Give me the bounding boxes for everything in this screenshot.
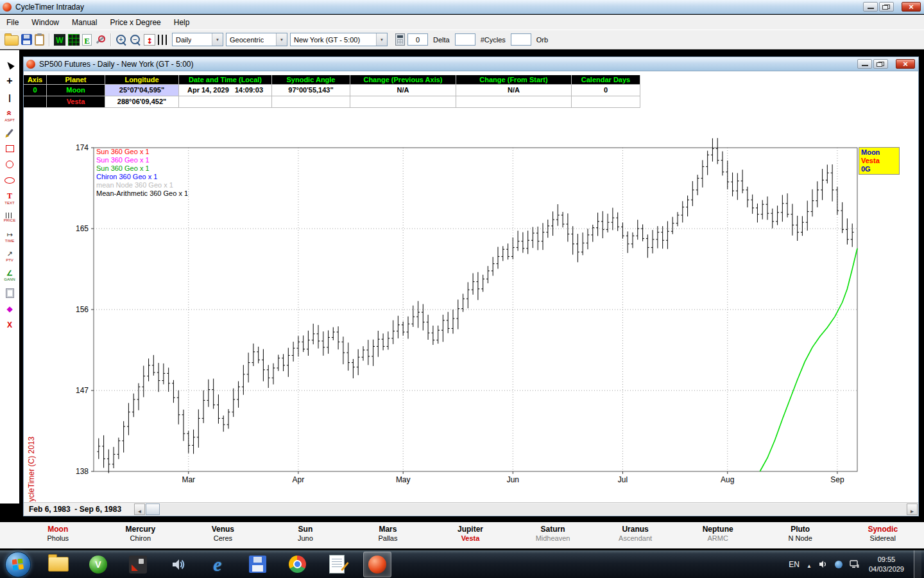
planet-column-synodic[interactable]: SynodicSidereal	[841, 525, 924, 548]
table-cell-synodic: 97°00'55,143"	[272, 85, 350, 96]
planet-column-saturn[interactable]: SaturnMidheaven	[511, 525, 594, 548]
bars-icon[interactable]	[158, 35, 169, 45]
tray-time: 09:55	[869, 555, 904, 565]
svg-text:Sep: Sep	[830, 475, 844, 484]
planet-table: AxisPlanetLongitudeDate and Time (Local)…	[24, 75, 640, 108]
cycles-input[interactable]	[511, 33, 531, 46]
vertical-line-tool[interactable]	[8, 90, 11, 104]
table-header-row: AxisPlanetLongitudeDate and Time (Local)…	[24, 75, 640, 85]
chart-minimize-button[interactable]	[857, 59, 872, 69]
period-dropdown[interactable]: Daily	[172, 33, 223, 46]
crosshair-tool[interactable]	[6, 74, 12, 88]
horizontal-scrollbar[interactable]	[134, 504, 918, 515]
tools-icon[interactable]	[94, 34, 106, 46]
ellipse-tool[interactable]	[4, 173, 15, 188]
delta-input[interactable]	[455, 33, 475, 46]
scroll-right-button[interactable]	[907, 504, 918, 515]
grid-icon[interactable]	[68, 34, 80, 46]
dark-red-app-taskbar-button[interactable]	[124, 552, 151, 577]
menu-manual[interactable]: Manual	[65, 18, 103, 27]
editor-taskbar-button[interactable]	[323, 552, 350, 577]
paste-icon[interactable]	[35, 34, 44, 46]
planet-column-neptune[interactable]: NeptuneARMC	[676, 525, 759, 548]
copy-icon	[6, 288, 14, 298]
diamond-tool[interactable]	[6, 302, 12, 316]
zoom-out-icon[interactable]	[130, 34, 141, 46]
planet-bottom-label: Pholus	[17, 534, 99, 543]
planet-column-uranus[interactable]: UranusAscendant	[594, 525, 677, 548]
wave-chart-icon[interactable]	[54, 34, 65, 46]
green-app-taskbar-button[interactable]: V	[85, 552, 112, 577]
main-toolbar: Daily Geocentric New York (GT - 5:00) De…	[0, 30, 924, 49]
time-tool[interactable]: TIME	[5, 228, 14, 245]
pencil-tool[interactable]	[9, 125, 11, 139]
close-button[interactable]	[902, 2, 921, 12]
pointer-tool[interactable]	[7, 58, 13, 72]
planet-bottom-label: Sidereal	[841, 534, 924, 543]
price-tool[interactable]: PRICE	[4, 209, 15, 226]
internet-explorer-taskbar-button[interactable]: e	[204, 552, 231, 577]
scroll-thumb[interactable]	[146, 504, 160, 515]
planet-column-mars[interactable]: MarsPallas	[346, 525, 429, 548]
chart-restore-button[interactable]	[873, 59, 888, 69]
rectangle-tool[interactable]	[6, 141, 14, 155]
planet-column-venus[interactable]: VenusCeres	[182, 525, 264, 548]
ptv-tool[interactable]: PTV	[6, 247, 13, 265]
explorer-icon	[48, 557, 69, 572]
menu-file[interactable]: File	[0, 18, 25, 27]
legend-entry: Sun 360 Geo x 1	[96, 148, 188, 156]
tray-expand-icon[interactable]	[807, 559, 812, 570]
calculator-icon[interactable]	[395, 33, 405, 46]
tray-bluetooth-icon[interactable]	[835, 561, 843, 568]
menu-price-x-degree[interactable]: Price x Degree	[103, 18, 167, 27]
price-time-icon[interactable]	[144, 34, 155, 46]
planet-column-sun[interactable]: SunJuno	[264, 525, 347, 548]
delete-icon	[7, 320, 12, 329]
app-icon	[3, 3, 12, 12]
aspect-tool[interactable]: ASPT	[4, 106, 15, 123]
aspect-label: ASPT	[4, 118, 15, 122]
cycletimer-taskbar-button[interactable]	[363, 552, 391, 577]
language-indicator[interactable]: EN	[789, 560, 800, 569]
chart-overlay-box: MoonVesta0G	[859, 147, 900, 175]
circle-tool[interactable]	[6, 157, 13, 171]
planet-column-mercury[interactable]: MercuryChiron	[99, 525, 182, 548]
tray-volume-icon[interactable]	[819, 560, 828, 568]
zoom-in-icon[interactable]	[116, 34, 127, 46]
planet-top-label: Jupiter	[429, 525, 512, 534]
save-icon[interactable]	[21, 34, 32, 45]
explorer-taskbar-button[interactable]	[45, 552, 72, 577]
ephemeris-icon[interactable]	[82, 34, 92, 46]
show-desktop-button[interactable]	[914, 550, 921, 578]
copy-tool[interactable]	[6, 286, 14, 300]
chart-close-button[interactable]	[896, 59, 915, 69]
gann-tool[interactable]: GANN	[4, 267, 15, 284]
planet-column-jupiter[interactable]: JupiterVesta	[429, 525, 512, 548]
volume-mixer-taskbar-button[interactable]	[164, 552, 191, 577]
restore-button[interactable]	[879, 2, 894, 12]
scroll-left-button[interactable]	[134, 504, 145, 515]
planet-column-moon[interactable]: MoonPholus	[17, 525, 99, 548]
text-tool[interactable]: TEXT	[4, 189, 14, 207]
text-label: TEXT	[4, 201, 14, 205]
coordinate-system-dropdown[interactable]: Geocentric	[226, 33, 287, 46]
count-input[interactable]	[407, 33, 428, 46]
menu-help[interactable]: Help	[167, 18, 196, 27]
planet-top-label: Pluto	[759, 525, 842, 534]
time-label: TIME	[5, 239, 14, 243]
save-app-taskbar-button[interactable]	[244, 552, 271, 577]
chrome-taskbar-button[interactable]	[284, 552, 311, 577]
open-folder-icon[interactable]	[4, 35, 19, 46]
menu-window[interactable]: Window	[25, 18, 65, 27]
start-button[interactable]	[5, 552, 31, 577]
planet-bottom-label: Ceres	[182, 534, 264, 543]
timezone-dropdown[interactable]: New York (GT - 5:00)	[290, 33, 388, 46]
planet-column-pluto[interactable]: PlutoN Node	[759, 525, 842, 548]
svg-text:147: 147	[76, 386, 89, 395]
text-icon	[7, 191, 12, 201]
menu-bar: FileWindowManualPrice x DegreeHelp	[0, 15, 924, 30]
minimize-button[interactable]	[863, 2, 878, 12]
tray-network-icon[interactable]	[850, 560, 859, 568]
delete-tool[interactable]	[7, 318, 12, 332]
tray-clock[interactable]: 09:55 04/03/2029	[869, 555, 904, 574]
